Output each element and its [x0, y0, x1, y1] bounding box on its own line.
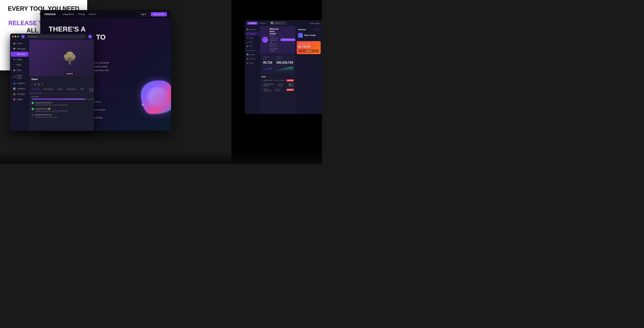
dash-tab-analytics[interactable]: Analytics: [258, 22, 268, 25]
dash-sidebar-label-splits: Splits: [250, 37, 253, 39]
release-info-bar: Dawn: [29, 76, 94, 82]
nav-link-pricing[interactable]: Pricing: [78, 13, 85, 16]
sidebar-item-analytics[interactable]: 📊 Analytics: [11, 86, 28, 91]
window-controls: [12, 36, 19, 38]
dark-bottom-overlay: [0, 150, 322, 164]
dash-search[interactable]: 🔍 Search: [270, 22, 286, 25]
add-button[interactable]: +: [88, 35, 92, 38]
dash-sidebar-splits[interactable]: ✂️ Splits: [245, 36, 260, 40]
tab-tasks[interactable]: Tasks: [56, 87, 65, 94]
tab-recordings[interactable]: Recordings: [42, 87, 56, 94]
welcome-text: Welcome back, Arman You got 23,314 new s…: [270, 28, 278, 52]
titlebar-search[interactable]: 🔍 Search: [27, 35, 86, 38]
task-3-info: Audio Corrections: [261, 88, 275, 92]
view-all-link[interactable]: View all: [314, 29, 319, 30]
task-2-badge: Not set: [288, 83, 294, 87]
sidebar-item-smart-links[interactable]: 🔗 Smart Links: [11, 73, 28, 80]
tab-smart-links[interactable]: Smart Links: [87, 87, 94, 94]
signup-button[interactable]: Sign up free: [151, 12, 167, 16]
streams-arrow[interactable]: ›: [293, 56, 293, 58]
progress-fill: [32, 98, 85, 100]
nav-link-learn[interactable]: Learn ▾: [89, 13, 96, 16]
check-label-2: Upload Artwork 🖼️: [35, 108, 68, 110]
dash-search-text: Search: [275, 22, 280, 24]
sidebar-item-releases[interactable]: 🎵 Releases: [11, 52, 28, 57]
dash-sidebar-label-files: Files: [250, 46, 252, 47]
dash-tab-overview[interactable]: Overview: [247, 22, 258, 25]
edit-icon[interactable]: ✏️: [38, 83, 40, 86]
tab-messages[interactable]: Messages: [65, 87, 78, 94]
sidebar-label-releases: Releases: [17, 53, 25, 55]
dash-files-icon: 📁: [246, 45, 248, 47]
checklist-text-1: Upload Recordings ✓ Submit your WAV file…: [35, 102, 68, 106]
task-1-name: Master (Link): [264, 80, 272, 81]
blob-inner: [148, 87, 168, 107]
dash-sidebar-files[interactable]: 📁 Files: [245, 44, 260, 48]
maximize-dot[interactable]: [17, 36, 19, 38]
sidebar-item-splits[interactable]: ✂️ Splits: [11, 57, 28, 62]
dash-sidebar: 💬 Messages 🎵 Releases ✂️ Splits ✓ Tasks …: [245, 26, 260, 114]
login-button[interactable]: Log In: [138, 12, 149, 16]
dash-sidebar-wallet[interactable]: 👛 Wallet: [245, 61, 260, 65]
nav-link-integrations[interactable]: Integrations: [62, 13, 74, 16]
welcome-cta-button[interactable]: Claim Release Bonus ›: [280, 38, 295, 41]
sidebar-item-tasks[interactable]: ✓ Tasks: [11, 62, 28, 68]
dash-username: Arman Dakic: [310, 22, 320, 24]
followers-arrow[interactable]: ›: [272, 56, 272, 58]
progress-section: Progress: [32, 96, 94, 100]
more-icon[interactable]: ✦: [42, 83, 44, 86]
audience-icon: 👥: [13, 82, 16, 84]
release-row-info: Album / Single: [304, 34, 317, 36]
content-panel: Progress ✓ Upload Recordings ✓ Submit yo…: [29, 94, 94, 131]
task-2-check: [261, 84, 262, 86]
tab-files[interactable]: Files: [78, 87, 86, 94]
sidebar-item-earnings[interactable]: 💰 Earnings: [11, 92, 28, 96]
followers-sublabel: All time: [263, 59, 272, 60]
task-1-badge: Overdue: [286, 79, 294, 82]
sidebar-item-home[interactable]: 🏠 Home: [11, 41, 28, 46]
close-dot[interactable]: [12, 36, 14, 38]
download-icon[interactable]: ⬇: [34, 83, 36, 86]
release-artwork: 🌳: [29, 40, 94, 76]
dash-sidebar-audience[interactable]: 👥 Audience: [245, 48, 260, 52]
task-1-release: No Next Release: [274, 80, 285, 81]
progress-label: Progress: [32, 96, 94, 98]
dash-sidebar-label-wallet: Wallet: [250, 62, 254, 64]
release-tabs: Overview Recordings Tasks Messages Files…: [29, 87, 94, 94]
dash-sidebar-releases[interactable]: 🎵 Releases: [245, 32, 260, 36]
balance-label: Available earnings: [298, 43, 319, 44]
minimize-dot[interactable]: [14, 36, 16, 38]
check-label-1: Upload Recordings ✓: [35, 102, 68, 104]
withdraw-button[interactable]: Withdraw: [298, 50, 319, 52]
balance-card: Available earnings $1,724.31 Withdraw: [297, 41, 321, 54]
share-icon[interactable]: ↑: [32, 83, 33, 86]
earnings-icon: 💰: [13, 93, 16, 95]
dashboard-panel: Overview Analytics 🔍 Search Arman Dakic …: [245, 20, 322, 114]
search-placeholder: Search: [31, 36, 37, 38]
dash-sidebar-earnings[interactable]: 💰 Earnings: [245, 57, 260, 61]
star-decoration: ✦: [141, 103, 144, 107]
dash-sidebar-analytics[interactable]: 📊 Analytics: [245, 53, 260, 56]
sidebar-item-messages[interactable]: 💬 Messages: [11, 46, 28, 51]
sidebar-item-files[interactable]: 📁 Files: [11, 68, 28, 73]
sidebar-label-analytics: Analytics: [17, 88, 25, 90]
stat-followers: Followers All time 45,719: [261, 55, 274, 74]
release-row-arrow[interactable]: ›: [319, 34, 319, 36]
dash-sidebar-tasks[interactable]: ✓ Tasks: [245, 40, 260, 44]
releese-logo: releese: [44, 12, 56, 16]
releese-navbar: releese Integrations Pricing Learn ▾ Log…: [40, 10, 171, 18]
release-action-bar: ↑ ⬇ ✏️ ✦: [29, 82, 94, 87]
dash-sidebar-label-messages: Messages: [250, 29, 256, 30]
welcome-title: Welcome back, Arman: [270, 28, 278, 35]
task-2-name: Create Release Contract: [264, 83, 278, 86]
dash-search-icon: 🔍: [271, 22, 274, 25]
sidebar-label-messages: Messages: [17, 48, 26, 50]
tab-overview[interactable]: Overview: [29, 87, 42, 94]
blob-decoration: [141, 80, 171, 118]
dash-sidebar-messages[interactable]: 💬 Messages: [245, 28, 260, 31]
sidebar-item-wallet[interactable]: 👛 Wallet: [11, 97, 28, 102]
dash-main-content: Welcome back, Arman You got 23,314 new s…: [260, 26, 295, 114]
release-thumbnail: [298, 33, 303, 38]
sidebar-item-audience[interactable]: 👥 Audience: [11, 81, 28, 86]
checklist-text-3: Distribute Project 🚀 Get your music in s…: [35, 114, 59, 118]
